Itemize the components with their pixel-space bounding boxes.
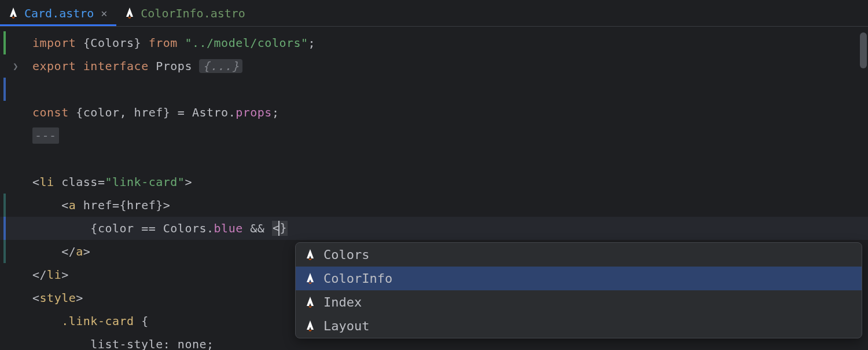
gutter-change-marker <box>3 240 6 263</box>
folded-region[interactable]: {...} <box>199 59 242 73</box>
completion-label: Colors <box>323 247 369 262</box>
completion-label: Layout <box>323 319 369 333</box>
gutter-change-marker <box>3 31 6 54</box>
code-line[interactable]: --- <box>0 124 868 147</box>
code-line[interactable]: ❯ export interface Props {...} <box>0 54 868 78</box>
gutter-change-marker <box>3 217 6 240</box>
astro-file-icon <box>305 272 315 285</box>
astro-file-icon <box>305 249 315 261</box>
code-line[interactable]: import {Colors} from "../model/colors"; <box>0 31 868 54</box>
fold-toggle-icon[interactable]: ❯ <box>13 61 19 72</box>
tab-card-astro[interactable]: Card.astro ✕ <box>0 0 116 26</box>
completion-item[interactable]: Layout <box>296 314 862 338</box>
gutter-change-marker <box>3 194 6 217</box>
astro-file-icon <box>305 296 315 309</box>
tab-label: Card.astro <box>24 6 94 20</box>
completion-label: ColorInfo <box>323 271 392 286</box>
astro-file-icon <box>305 320 315 333</box>
code-line[interactable]: <a href={href}> <box>0 194 868 217</box>
tab-label: ColorInfo.astro <box>141 6 245 20</box>
astro-file-icon <box>124 7 135 20</box>
code-line[interactable] <box>0 147 868 170</box>
completion-label: Index <box>323 295 362 309</box>
completion-item[interactable]: Index <box>296 290 862 314</box>
code-line[interactable] <box>0 78 868 101</box>
astro-file-icon <box>8 7 19 20</box>
completion-item[interactable]: Colors <box>296 243 862 267</box>
tab-colorinfo-astro[interactable]: ColorInfo.astro <box>116 0 253 26</box>
code-line[interactable]: <li class="link-card"> <box>0 170 868 194</box>
code-line[interactable]: const {color, href} = Astro.props; <box>0 101 868 124</box>
close-icon[interactable]: ✕ <box>100 6 108 20</box>
completion-popup: Colors ColorInfo Index Layout <box>295 242 862 338</box>
tab-bar: Card.astro ✕ ColorInfo.astro <box>0 0 868 27</box>
code-line-active[interactable]: {color == Colors.blue && <} <box>0 217 868 240</box>
completion-item-selected[interactable]: ColorInfo <box>296 267 862 290</box>
frontmatter-delimiter: --- <box>32 127 59 144</box>
gutter-change-marker <box>3 78 6 101</box>
